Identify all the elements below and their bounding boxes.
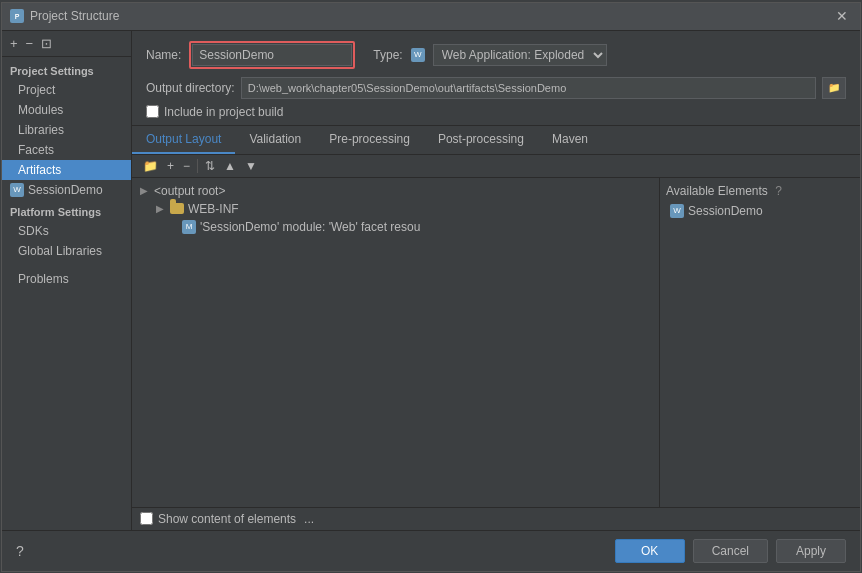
- remove-element-button[interactable]: −: [180, 159, 193, 173]
- move-up-button[interactable]: ▲: [221, 159, 239, 173]
- sidebar-item-label: Problems: [18, 272, 69, 286]
- arrow-icon: ▶: [140, 185, 150, 196]
- avail-web-icon: W: [670, 204, 684, 218]
- tree-item-output-root[interactable]: ▶ <output root>: [132, 182, 659, 200]
- content-body: ▶ <output root> ▶ WEB-INF ▶ M 'SessionDe…: [132, 178, 860, 507]
- left-toolbar: + − ⊡: [2, 31, 131, 57]
- sidebar-item-artifacts[interactable]: Artifacts: [2, 160, 131, 180]
- right-panel: Name: Type: W Web Application: Exploded …: [132, 31, 860, 530]
- output-dir-row: Output directory: 📁: [146, 77, 846, 99]
- include-checkbox[interactable]: [146, 105, 159, 118]
- type-label: Type:: [373, 48, 402, 62]
- right-top-fields: Name: Type: W Web Application: Exploded …: [132, 31, 860, 126]
- available-elements-header: Available Elements ?: [666, 184, 854, 198]
- browse-button[interactable]: 📁: [822, 77, 846, 99]
- window-title: Project Structure: [30, 9, 832, 23]
- sidebar-item-label: Facets: [18, 143, 54, 157]
- sidebar-item-problems[interactable]: Problems: [2, 269, 131, 289]
- copy-artifact-button[interactable]: ⊡: [39, 36, 54, 51]
- output-dir-input[interactable]: [241, 77, 816, 99]
- app-icon: P: [10, 9, 24, 23]
- sidebar-item-label: Artifacts: [18, 163, 61, 177]
- tab-output-layout[interactable]: Output Layout: [132, 126, 235, 154]
- tab-pre-processing[interactable]: Pre-processing: [315, 126, 424, 154]
- arrow-icon: ▶: [156, 203, 166, 214]
- tree-item-session-module[interactable]: ▶ M 'SessionDemo' module: 'Web' facet re…: [132, 218, 659, 236]
- tree-item-web-inf[interactable]: ▶ WEB-INF: [132, 200, 659, 218]
- tab-maven[interactable]: Maven: [538, 126, 602, 154]
- tab-post-processing[interactable]: Post-processing: [424, 126, 538, 154]
- output-dir-label: Output directory:: [146, 81, 235, 95]
- content-footer: Show content of elements ...: [132, 507, 860, 530]
- name-input[interactable]: [192, 44, 352, 66]
- sidebar-item-global-libraries[interactable]: Global Libraries: [2, 241, 131, 261]
- sidebar-item-sdks[interactable]: SDKs: [2, 221, 131, 241]
- dialog-footer: ? OK Cancel Apply: [2, 530, 860, 571]
- new-folder-button[interactable]: 📁: [140, 159, 161, 173]
- apply-button[interactable]: Apply: [776, 539, 846, 563]
- left-nav: Project Settings Project Modules Librari…: [2, 57, 131, 530]
- name-label: Name:: [146, 48, 181, 62]
- project-settings-label: Project Settings: [2, 59, 131, 80]
- output-tree: ▶ <output root> ▶ WEB-INF ▶ M 'SessionDe…: [132, 178, 660, 507]
- type-select-wrapper: W Web Application: Exploded: [411, 44, 607, 66]
- folder-icon: [170, 203, 184, 214]
- sidebar-item-label: Modules: [18, 103, 63, 117]
- more-options-button[interactable]: ...: [301, 512, 317, 526]
- tab-validation[interactable]: Validation: [235, 126, 315, 154]
- show-content-checkbox[interactable]: [140, 512, 153, 525]
- svg-text:P: P: [15, 13, 20, 20]
- sidebar-item-project[interactable]: Project: [2, 80, 131, 100]
- avail-item-label: SessionDemo: [688, 204, 763, 218]
- available-elements-panel: Available Elements ? W SessionDemo: [660, 178, 860, 507]
- include-label: Include in project build: [164, 105, 283, 119]
- include-row: Include in project build: [146, 105, 846, 119]
- tree-item-label: 'SessionDemo' module: 'Web' facet resou: [200, 220, 420, 234]
- tree-item-label: <output root>: [154, 184, 225, 198]
- type-select[interactable]: Web Application: Exploded: [433, 44, 607, 66]
- help-button[interactable]: ?: [16, 543, 24, 559]
- tree-item-label: WEB-INF: [188, 202, 239, 216]
- toolbar-separator: [197, 159, 198, 173]
- remove-artifact-button[interactable]: −: [24, 36, 36, 51]
- artifact-item-sessiondemo[interactable]: W SessionDemo: [2, 180, 131, 200]
- ok-button[interactable]: OK: [615, 539, 685, 563]
- content-toolbar: 📁 + − ⇅ ▲ ▼: [132, 155, 860, 178]
- show-content-label: Show content of elements: [158, 512, 296, 526]
- web-artifact-icon: W: [10, 183, 24, 197]
- add-artifact-button[interactable]: +: [8, 36, 20, 51]
- sidebar-item-label: Global Libraries: [18, 244, 102, 258]
- module-icon: M: [182, 220, 196, 234]
- sidebar-item-modules[interactable]: Modules: [2, 100, 131, 120]
- platform-settings-label: Platform Settings: [2, 200, 131, 221]
- sidebar-item-libraries[interactable]: Libraries: [2, 120, 131, 140]
- sidebar-item-label: Libraries: [18, 123, 64, 137]
- sort-button[interactable]: ⇅: [202, 159, 218, 173]
- sidebar-item-label: Project: [18, 83, 55, 97]
- type-web-icon: W: [411, 48, 425, 62]
- add-element-button[interactable]: +: [164, 159, 177, 173]
- artifact-item-label: SessionDemo: [28, 183, 103, 197]
- content-area: 📁 + − ⇅ ▲ ▼ ▶ <output root>: [132, 155, 860, 530]
- dialog-body: + − ⊡ Project Settings Project Modules L…: [2, 31, 860, 530]
- avail-item-sessiondemo[interactable]: W SessionDemo: [666, 202, 854, 220]
- tabs-row: Output Layout Validation Pre-processing …: [132, 126, 860, 155]
- sidebar-item-facets[interactable]: Facets: [2, 140, 131, 160]
- title-bar: P Project Structure ✕: [2, 3, 860, 31]
- name-input-wrapper: [189, 41, 355, 69]
- dialog-project-structure: P Project Structure ✕ + − ⊡ Project Sett…: [1, 2, 861, 572]
- available-elements-help-icon[interactable]: ?: [775, 184, 782, 198]
- move-down-button[interactable]: ▼: [242, 159, 260, 173]
- close-button[interactable]: ✕: [832, 8, 852, 24]
- name-type-row: Name: Type: W Web Application: Exploded: [146, 41, 846, 69]
- left-panel: + − ⊡ Project Settings Project Modules L…: [2, 31, 132, 530]
- cancel-button[interactable]: Cancel: [693, 539, 768, 563]
- sidebar-item-label: SDKs: [18, 224, 49, 238]
